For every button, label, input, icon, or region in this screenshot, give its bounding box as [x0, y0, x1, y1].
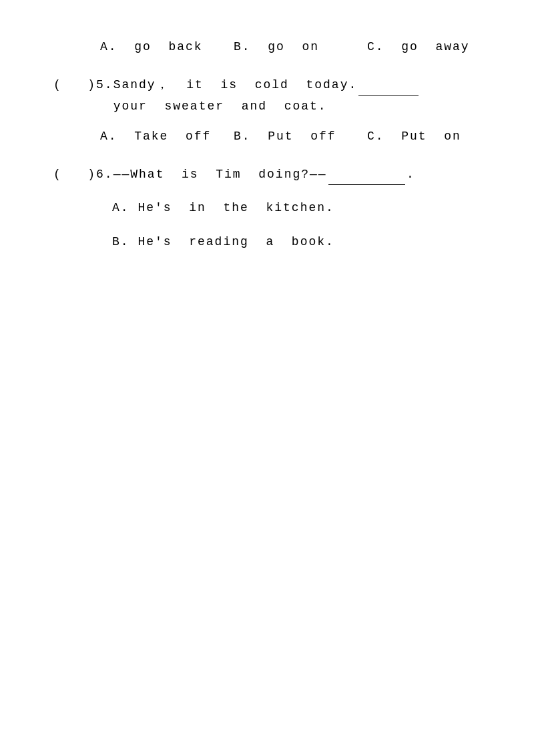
- q4-option-a: A. go back: [100, 40, 234, 53]
- q5-option-c: C. Put on: [367, 130, 501, 143]
- q5-option-b: B. Put off: [234, 130, 367, 143]
- q5-text: Sandy， it is cold today. your sweater an…: [113, 73, 481, 118]
- q5-paren-num: ( )5.: [53, 75, 113, 95]
- q5-row: ( )5. Sandy， it is cold today. your swea…: [53, 73, 481, 118]
- q6-paren-num: ( )6.: [53, 165, 113, 184]
- q6-text: ——What is Tim doing?—— .: [113, 163, 481, 185]
- q5-options-row: A. Take off B. Put off C. Put on: [100, 130, 481, 143]
- q6-row: ( )6. ——What is Tim doing?—— .: [53, 163, 481, 185]
- question-6: ( )6. ——What is Tim doing?—— . A. He's i…: [53, 163, 481, 252]
- question-4-options: A. go back B. go on C. go away: [53, 40, 481, 53]
- question-5: ( )5. Sandy， it is cold today. your swea…: [53, 73, 481, 143]
- q4-options-row: A. go back B. go on C. go away: [100, 40, 481, 53]
- q6-blank: [328, 163, 405, 185]
- q5-option-a: A. Take off: [100, 130, 234, 143]
- q6-sub-answer-b: B. He's reading a book.: [112, 231, 481, 252]
- q6-sub-answer-a: A. He's in the kitchen.: [112, 197, 481, 218]
- q5-blank: [358, 73, 419, 96]
- q4-option-c: C. go away: [367, 40, 501, 53]
- q4-option-b: B. go on: [234, 40, 367, 53]
